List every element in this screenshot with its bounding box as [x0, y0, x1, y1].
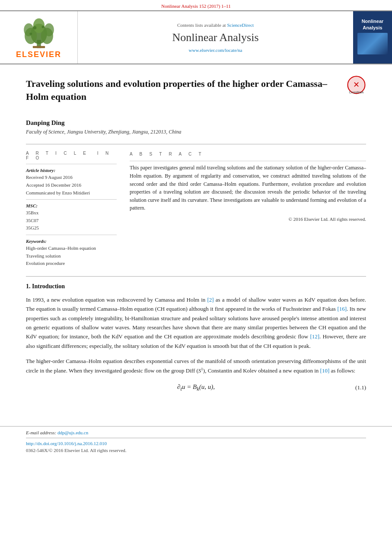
- ref-12[interactable]: [12]: [310, 333, 319, 340]
- ref-2[interactable]: [2]: [207, 296, 214, 303]
- svg-point-6: [44, 23, 54, 36]
- cover-image: [357, 33, 388, 54]
- equation-content: ∂tu = Bk(u, u),: [177, 383, 215, 392]
- doi-link[interactable]: http://dx.doi.org/10.1016/j.na.2016.12.0…: [26, 441, 366, 446]
- svg-point-7: [33, 26, 36, 29]
- article-info-heading: A R T I C L E I N F O: [26, 151, 117, 160]
- email-note: E-mail address: ddp@ujs.edu.cn: [26, 430, 366, 435]
- article-title: Traveling solutions and evolution proper…: [26, 77, 342, 103]
- elsevier-tree-icon: [17, 16, 61, 50]
- journal-url: www.elsevier.com/locate/na: [189, 48, 242, 53]
- sciencedirect-link[interactable]: ScienceDirect: [227, 22, 254, 28]
- keyword-2: Traveling solution: [26, 252, 117, 260]
- communicated-by: Communicated by Enzo Mitidieri: [26, 189, 117, 197]
- journal-top-bar: Nonlinear Analysis 152 (2017) 1–11: [0, 0, 392, 10]
- ref-10[interactable]: [10]: [320, 367, 330, 374]
- keywords-label: Keywords:: [26, 239, 117, 244]
- abstract-col: A B S T R A C T This paper investigates …: [130, 151, 366, 267]
- accepted-date: Accepted 16 December 2016: [26, 182, 117, 189]
- author-affiliation: Faculty of Science, Jiangsu University, …: [26, 129, 366, 135]
- msc-code-1: 35Bxx: [26, 209, 117, 217]
- equation-1-1: ∂tu = Bk(u, u), (1.1): [26, 383, 366, 392]
- svg-rect-10: [32, 46, 45, 48]
- svg-point-9: [29, 33, 32, 35]
- email-label: E-mail address:: [26, 430, 56, 435]
- svg-text:✕: ✕: [353, 80, 360, 89]
- msc-label: MSC:: [26, 203, 117, 208]
- article-info-abstract: A R T I C L E I N F O Article history: R…: [26, 144, 366, 267]
- journal-title: Nonlinear Analysis: [172, 31, 258, 44]
- svg-point-8: [41, 26, 44, 29]
- abstract-heading: A B S T R A C T: [130, 151, 366, 157]
- author-name: Danping Ding: [26, 119, 366, 127]
- svg-text:CrossMark: CrossMark: [349, 91, 364, 94]
- article-history-label: Article history:: [26, 168, 117, 173]
- keyword-1: High-order Camassa–Holm equation: [26, 245, 117, 252]
- intro-para-1: In 1993, a new evolution equation was re…: [26, 295, 366, 351]
- ref-16[interactable]: [16]: [337, 306, 347, 312]
- abstract-text: This paper investigates general mild tra…: [130, 164, 366, 212]
- cover-title: Nonlinear Analysis: [362, 18, 384, 31]
- msc-code-3: 35G25: [26, 224, 117, 232]
- elsevier-logo-area: ELSEVIER: [0, 11, 78, 64]
- journal-bar-text: Nonlinear Analysis 152 (2017) 1–11: [161, 3, 230, 9]
- received-date: Received 9 August 2016: [26, 174, 117, 182]
- article-info-col: A R T I C L E I N F O Article history: R…: [26, 151, 117, 267]
- svg-point-4: [33, 19, 44, 33]
- msc-code-2: 35C07: [26, 217, 117, 225]
- journal-title-area: Contents lists available at ScienceDirec…: [78, 11, 353, 64]
- svg-point-5: [24, 23, 34, 36]
- journal-cover: Nonlinear Analysis: [353, 11, 392, 64]
- section-divider-1: [26, 276, 366, 277]
- crossmark-icon[interactable]: ✕ CrossMark: [347, 75, 366, 95]
- intro-para-2: The higher-order Camassa–Holm equation d…: [26, 357, 366, 375]
- email-link[interactable]: ddp@ujs.edu.cn: [57, 430, 88, 435]
- main-content: Traveling solutions and evolution proper…: [0, 64, 392, 413]
- footer-copyright: 0362-546X/© 2016 Elsevier Ltd. All right…: [26, 448, 366, 453]
- abstract-copyright: © 2016 Elsevier Ltd. All rights reserved…: [130, 216, 366, 223]
- keyword-3: Evolution procedure: [26, 260, 117, 268]
- contents-available-text: Contents lists available at ScienceDirec…: [177, 22, 254, 28]
- footer: E-mail address: ddp@ujs.edu.cn http://dx…: [0, 426, 392, 462]
- intro-section-title: 1. Introduction: [26, 283, 366, 290]
- journal-header: ELSEVIER Contents lists available at Sci…: [0, 10, 392, 64]
- elsevier-wordmark: ELSEVIER: [16, 50, 61, 59]
- equation-number: (1.1): [355, 384, 366, 391]
